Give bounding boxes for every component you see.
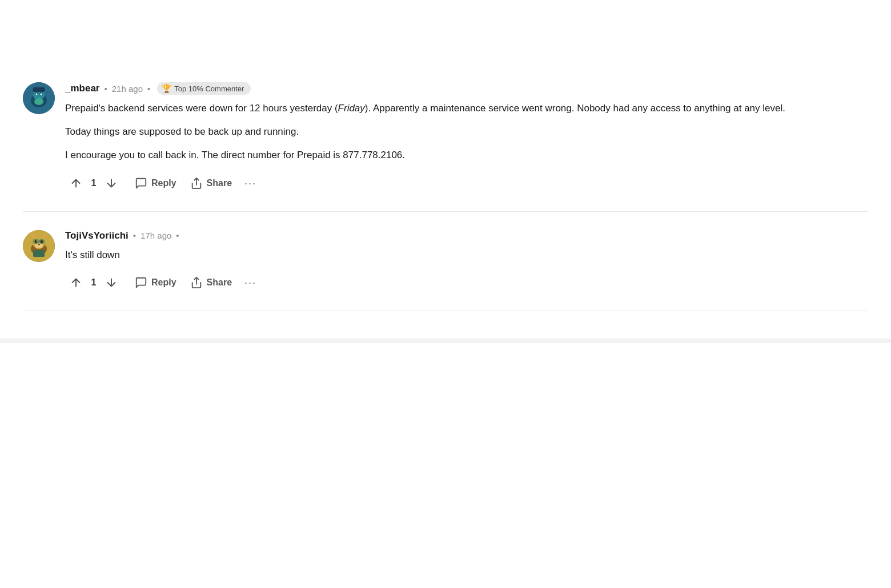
dot-separator-4: •: [176, 231, 179, 240]
svg-point-9: [41, 94, 42, 95]
comment-header-mbear: _mbear • 21h ago • 🏆 Top 10% Commenter: [65, 82, 868, 95]
comment-body-toji: TojiVsYoriichi • 17h ago • It's still do…: [65, 230, 868, 292]
svg-rect-26: [33, 250, 45, 257]
reply-button-mbear[interactable]: Reply: [129, 174, 182, 193]
reply-label-mbear: Reply: [151, 178, 176, 188]
comment-actions-mbear: 1 Reply S: [65, 174, 868, 193]
svg-point-25: [38, 243, 40, 245]
share-button-mbear[interactable]: Share: [184, 174, 238, 193]
vote-count-toji: 1: [90, 277, 97, 288]
svg-point-19: [41, 240, 43, 243]
comment-toji: TojiVsYoriichi • 17h ago • It's still do…: [23, 216, 868, 311]
dot-separator-3: •: [133, 231, 136, 240]
dot-separator-2: •: [147, 84, 150, 94]
comment-para-toji-1: It's still down: [65, 247, 868, 263]
comment-text-mbear: Prepaid's backend services were down for…: [65, 100, 868, 163]
dot-separator-1: •: [104, 84, 107, 94]
comment-para-1: Prepaid's backend services were down for…: [65, 100, 868, 116]
share-button-toji[interactable]: Share: [184, 273, 238, 292]
share-icon-mbear: [190, 177, 203, 190]
reply-button-toji[interactable]: Reply: [129, 273, 182, 292]
svg-rect-7: [33, 87, 45, 92]
reply-icon-toji: [135, 276, 147, 289]
page-container: _mbear • 21h ago • 🏆 Top 10% Commenter P…: [0, 0, 891, 339]
upvote-button-toji[interactable]: [65, 273, 87, 292]
timestamp-mbear: 21h ago: [112, 84, 143, 94]
downvote-icon-toji: [105, 276, 118, 289]
upvote-icon-toji: [70, 276, 82, 289]
upvote-icon-mbear: [70, 177, 82, 190]
svg-point-21: [42, 240, 43, 241]
comment-header-toji: TojiVsYoriichi • 17h ago •: [65, 230, 868, 241]
vote-group-mbear: 1: [65, 174, 122, 193]
comment-mbear: _mbear • 21h ago • 🏆 Top 10% Commenter P…: [23, 69, 868, 212]
svg-point-8: [36, 94, 38, 95]
badge-label-mbear: Top 10% Commenter: [174, 84, 244, 93]
svg-point-18: [35, 240, 38, 243]
downvote-button-mbear[interactable]: [101, 174, 122, 193]
svg-point-5: [34, 98, 43, 105]
downvote-icon-mbear: [105, 177, 118, 190]
timestamp-toji: 17h ago: [141, 231, 171, 240]
badge-mbear: 🏆 Top 10% Commenter: [157, 82, 251, 95]
badge-icon-mbear: 🏆: [162, 84, 171, 93]
username-mbear: _mbear: [65, 83, 99, 94]
more-dots-toji: ···: [244, 277, 256, 288]
svg-point-20: [36, 240, 37, 241]
comment-para-2: Today things are supposed to be back up …: [65, 124, 868, 139]
share-label-mbear: Share: [207, 178, 232, 188]
share-label-toji: Share: [207, 277, 232, 288]
username-toji: TojiVsYoriichi: [65, 230, 129, 241]
reply-icon-mbear: [135, 177, 147, 190]
upvote-button-mbear[interactable]: [65, 174, 87, 193]
comment-actions-toji: 1 Reply S: [65, 273, 868, 292]
more-button-mbear[interactable]: ···: [240, 175, 261, 192]
more-dots-mbear: ···: [244, 178, 256, 188]
more-button-toji[interactable]: ···: [240, 274, 261, 291]
comment-body-mbear: _mbear • 21h ago • 🏆 Top 10% Commenter P…: [65, 82, 868, 193]
comment-text-toji: It's still down: [65, 247, 868, 263]
avatar-toji: [23, 230, 55, 262]
comment-para-3: I encourage you to call back in. The dir…: [65, 147, 868, 163]
reply-label-toji: Reply: [151, 277, 176, 288]
footer-divider: [0, 339, 891, 343]
downvote-button-toji[interactable]: [101, 273, 122, 292]
share-icon-toji: [190, 276, 203, 289]
vote-count-mbear: 1: [90, 178, 97, 188]
avatar-mbear: [23, 82, 55, 114]
vote-group-toji: 1: [65, 273, 122, 292]
